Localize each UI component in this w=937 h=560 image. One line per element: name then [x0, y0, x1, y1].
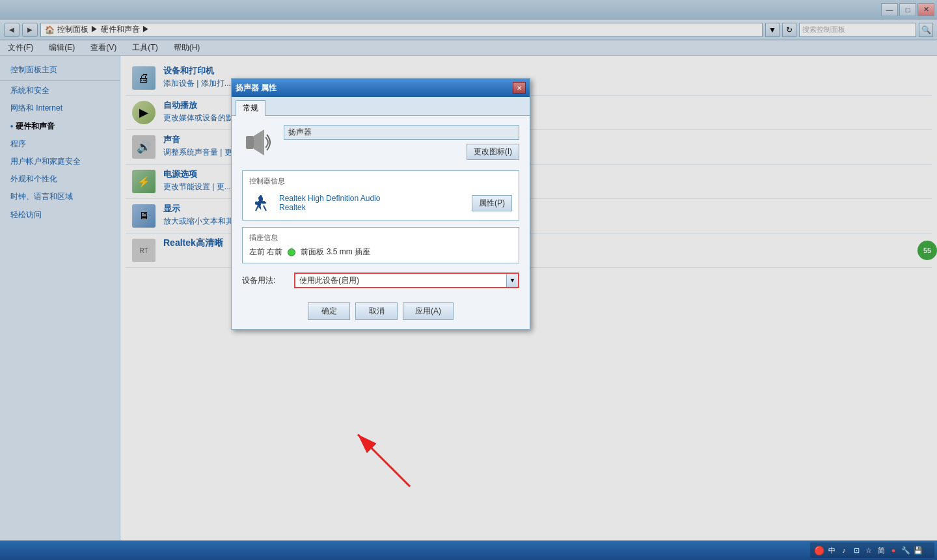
speaker-properties-dialog: 扬声器 属性 ✕ 常规 扬声器 更改图标(I) — [231, 78, 530, 330]
tray-icon-lang2[interactable]: 简 — [876, 545, 886, 555]
usage-select[interactable]: 使用此设备(启用) 不使用此设备(停用) — [294, 273, 519, 288]
speaker-icon-box — [242, 126, 276, 159]
controller-section-title: 控制器信息 — [249, 176, 512, 186]
controller-properties-button[interactable]: 属性(P) — [472, 195, 512, 211]
dialog-tabs: 常规 — [232, 97, 530, 116]
tab-general[interactable]: 常规 — [236, 100, 265, 116]
controller-row: Realtek High Definition Audio Realtek 属性… — [249, 191, 512, 215]
system-tray: 🔴 中 ♪ ⊡ ☆ 简 ● 🔧 💾 — [810, 542, 934, 558]
dialog-error-button[interactable]: ✕ — [513, 82, 526, 94]
dialog-titlebar: 扬声器 属性 ✕ — [232, 79, 530, 97]
controller-main-name: Realtek High Definition Audio — [279, 194, 465, 203]
speaker-icon — [243, 127, 275, 158]
controller-sub-name: Realtek — [279, 203, 465, 212]
tray-icon-wrench[interactable]: 🔧 — [901, 545, 911, 555]
controller-info-section: 控制器信息 Realtek High Definition Audio Real… — [242, 170, 519, 220]
dialog-body: 扬声器 更改图标(I) 控制器信息 Realtek High Defin — [232, 116, 530, 297]
change-icon-button[interactable]: 更改图标(I) — [467, 144, 519, 160]
jack-row: 左前 右前 前面板 3.5 mm 插座 — [249, 247, 512, 258]
tray-icon-network[interactable]: ⊡ — [851, 545, 862, 555]
dialog-footer: 确定 取消 应用(A) — [232, 297, 530, 329]
tray-icon-red[interactable]: ● — [888, 545, 899, 555]
jack-position-text: 左前 右前 — [249, 247, 282, 258]
tray-icon-music[interactable]: ♪ — [839, 545, 849, 555]
speaker-name-section: 扬声器 更改图标(I) — [242, 125, 519, 160]
usage-select-wrapper: 使用此设备(启用) 不使用此设备(停用) ▼ — [294, 273, 519, 288]
ok-button[interactable]: 确定 — [308, 302, 350, 320]
realtek-logo-icon — [249, 191, 273, 215]
controller-icon — [249, 191, 273, 215]
controller-names: Realtek High Definition Audio Realtek — [279, 194, 465, 212]
speaker-name-field[interactable]: 扬声器 — [284, 125, 519, 140]
usage-label: 设备用法: — [242, 275, 288, 286]
usage-row: 设备用法: 使用此设备(启用) 不使用此设备(停用) ▼ — [242, 273, 519, 288]
apply-button[interactable]: 应用(A) — [403, 302, 454, 320]
tray-icon-1[interactable]: 🔴 — [814, 545, 824, 555]
jack-section-title: 插座信息 — [249, 233, 512, 243]
dialog-title: 扬声器 属性 — [236, 83, 277, 94]
jack-green-indicator — [288, 248, 295, 256]
svg-marker-1 — [254, 129, 264, 155]
tray-icon-lang[interactable]: 中 — [826, 545, 837, 555]
jack-info-section: 插座信息 左前 右前 前面板 3.5 mm 插座 — [242, 227, 519, 263]
tray-icon-star[interactable]: ☆ — [863, 545, 874, 555]
tray-icon-save[interactable]: 💾 — [913, 545, 923, 555]
taskbar: 🔴 中 ♪ ⊡ ☆ 简 ● 🔧 💾 — [0, 540, 937, 560]
svg-rect-0 — [246, 136, 254, 149]
jack-type-text: 前面板 3.5 mm 插座 — [301, 247, 370, 258]
cancel-button[interactable]: 取消 — [355, 302, 398, 320]
